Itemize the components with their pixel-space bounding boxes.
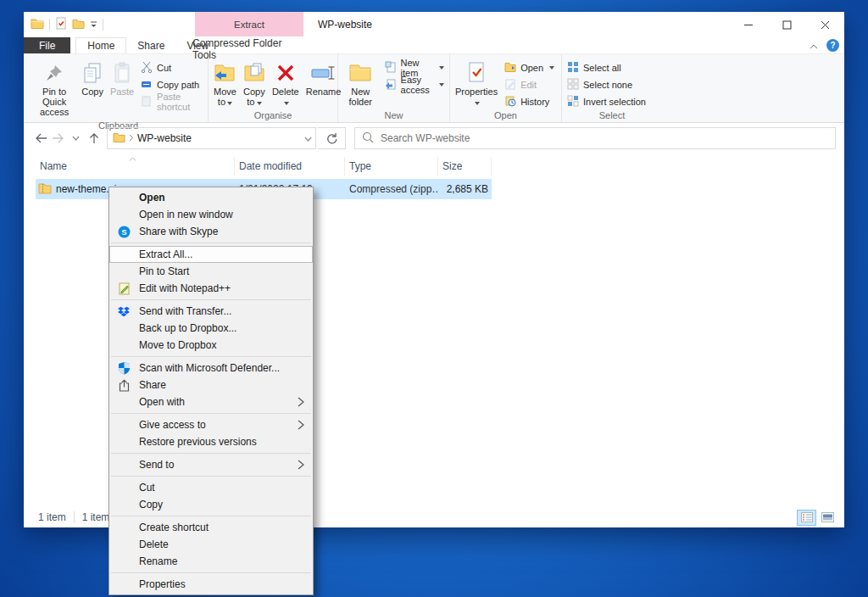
dropdown-arrow-icon — [439, 83, 444, 86]
paste-button[interactable]: Paste — [107, 57, 137, 99]
menu-item-create-shortcut[interactable]: Create shortcut — [109, 519, 313, 536]
copy-to-button[interactable]: Copy to — [240, 57, 269, 109]
skype-icon: S — [117, 225, 131, 238]
file-type: Compressed (zipp… — [345, 183, 438, 195]
menu-item-give-access-to[interactable]: Give access to — [109, 416, 313, 433]
paste-shortcut-icon — [141, 95, 153, 109]
menu-item-scan-with-microsoft-defender[interactable]: Scan with Microsoft Defender... — [109, 360, 313, 377]
menu-item-send-with-transfer[interactable]: Send with Transfer... — [109, 303, 313, 320]
menu-item-extract-all[interactable]: Extract All... — [109, 246, 313, 263]
copy-path-button[interactable]: Copy path — [137, 76, 206, 92]
up-arrow-icon[interactable] — [86, 128, 102, 148]
close-button[interactable] — [806, 12, 844, 37]
details-view-button[interactable] — [797, 510, 816, 526]
menu-item-cut[interactable]: Cut — [109, 479, 313, 496]
tab-compressed-folder-tools[interactable]: Compressed Folder Tools — [192, 37, 303, 61]
search-box[interactable]: Search WP-website — [354, 127, 836, 149]
menu-item-open-in-new-window[interactable]: Open in new window — [109, 206, 313, 223]
qat-customize-chevron-icon[interactable] — [90, 19, 97, 31]
minimize-button[interactable] — [730, 12, 768, 37]
breadcrumb[interactable]: WP-website — [137, 132, 301, 144]
dropdown-arrow-icon — [257, 102, 262, 105]
cut-button[interactable]: Cut — [137, 59, 206, 75]
delete-button[interactable]: Delete — [269, 57, 303, 109]
copy-path-icon — [141, 78, 153, 92]
menu-item-open-with[interactable]: Open with — [109, 393, 313, 410]
menu-item-label: Share — [139, 379, 166, 391]
back-arrow-icon[interactable] — [32, 128, 48, 148]
menu-item-back-up-to-dropbox[interactable]: Back up to Dropbox... — [109, 320, 313, 337]
copy-icon — [82, 59, 103, 86]
zip-file-icon — [38, 182, 52, 197]
history-button[interactable]: History — [501, 93, 558, 109]
edit-button[interactable]: Edit — [501, 76, 558, 92]
edit-label: Edit — [520, 80, 537, 90]
pin-to-quick-access-button[interactable]: Pin to Quick access — [31, 57, 78, 120]
menu-item-restore-previous-versions[interactable]: Restore previous versions — [109, 433, 313, 450]
recent-locations-chevron-icon[interactable] — [68, 128, 84, 148]
navigation-bar: WP-website Search WP-website — [24, 123, 844, 153]
properties-button[interactable]: Properties — [452, 57, 501, 109]
qat-properties-icon[interactable] — [55, 17, 67, 32]
select-all-button[interactable]: Select all — [564, 59, 649, 75]
forward-arrow-icon[interactable] — [50, 128, 66, 148]
refresh-button[interactable] — [318, 127, 346, 149]
new-folder-button[interactable]: New folder — [340, 57, 381, 109]
select-all-icon — [567, 61, 579, 75]
titlebar: Extract WP-website — [24, 12, 844, 37]
menu-item-delete[interactable]: Delete — [109, 536, 313, 553]
quick-access-toolbar — [24, 17, 103, 32]
tab-share[interactable]: Share — [126, 37, 175, 53]
contextual-tab-header[interactable]: Extract — [195, 12, 303, 36]
invert-selection-button[interactable]: Invert selection — [564, 93, 649, 109]
edit-icon — [504, 78, 516, 92]
column-header-date-modified[interactable]: Date modified — [235, 157, 345, 176]
column-header-type[interactable]: Type — [345, 157, 438, 176]
move-to-button[interactable]: Move to — [210, 57, 240, 109]
new-group-label: New — [340, 109, 448, 122]
dropdown-arrow-icon — [549, 66, 554, 70]
sort-ascending-icon — [129, 152, 136, 164]
tab-home[interactable]: Home — [75, 37, 126, 53]
copy-button[interactable]: Copy — [78, 57, 107, 99]
maximize-button[interactable] — [768, 12, 806, 37]
menu-item-pin-to-start[interactable]: Pin to Start — [109, 263, 313, 280]
delete-label: Delete — [272, 86, 299, 107]
menu-item-rename[interactable]: Rename — [109, 553, 313, 570]
menu-item-share-with-skype[interactable]: SShare with Skype — [109, 223, 313, 240]
easy-access-icon — [385, 78, 397, 92]
menu-item-send-to[interactable]: Send to — [109, 456, 313, 473]
address-dropdown-chevron-icon[interactable] — [304, 132, 312, 144]
qat-new-folder-icon[interactable] — [72, 19, 85, 31]
tab-file[interactable]: File — [24, 37, 70, 53]
pushpin-icon — [44, 59, 64, 86]
menu-item-open[interactable]: Open — [109, 189, 313, 206]
menu-item-copy[interactable]: Copy — [109, 496, 313, 513]
open-button[interactable]: Open — [501, 59, 558, 75]
large-icons-view-button[interactable] — [818, 510, 837, 526]
column-header-size[interactable]: Size — [438, 157, 492, 176]
new-folder-label: New folder — [343, 86, 378, 107]
menu-item-label: Create shortcut — [139, 522, 209, 533]
menu-item-properties[interactable]: Properties — [109, 576, 313, 593]
invert-selection-icon — [567, 95, 579, 109]
menu-item-share[interactable]: Share — [109, 377, 313, 393]
pin-to-quick-access-label: Pin to Quick access — [34, 86, 75, 117]
select-none-button[interactable]: Select none — [564, 76, 649, 92]
open-group-label: Open — [452, 109, 559, 122]
submenu-arrow-icon — [298, 420, 304, 432]
menu-item-label: Rename — [139, 555, 177, 567]
new-item-button[interactable]: New item — [381, 59, 448, 75]
submenu-arrow-icon — [298, 460, 304, 472]
help-icon[interactable] — [826, 39, 839, 52]
menu-item-move-to-dropbox[interactable]: Move to Dropbox — [109, 337, 313, 354]
item-count: 1 item — [38, 511, 66, 523]
open-label: Open — [520, 63, 543, 73]
easy-access-button[interactable]: Easy access — [381, 76, 448, 92]
address-bar[interactable]: WP-website — [107, 127, 316, 149]
paste-shortcut-button[interactable]: Paste shortcut — [137, 93, 206, 109]
address-folder-icon — [113, 132, 125, 145]
select-none-label: Select none — [583, 80, 632, 90]
collapse-ribbon-chevron-icon[interactable] — [810, 40, 818, 52]
menu-item-edit-with-notepad[interactable]: Edit with Notepad++ — [109, 280, 313, 297]
